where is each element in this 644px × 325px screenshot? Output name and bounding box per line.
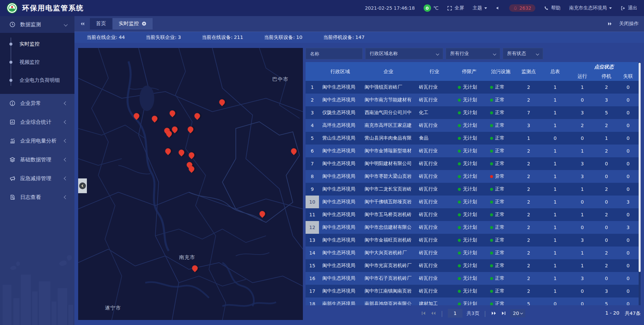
column-header[interactable]: 失联 bbox=[618, 71, 639, 81]
panel-collapse-button[interactable] bbox=[78, 178, 87, 193]
region-select[interactable]: 行政区域名称 bbox=[365, 48, 443, 59]
column-header[interactable]: 监测点 bbox=[516, 62, 541, 81]
notification-badge[interactable]: 2632 bbox=[509, 4, 535, 12]
close-tab-icon[interactable] bbox=[142, 21, 147, 26]
help-button[interactable]: 帮助 bbox=[544, 5, 560, 11]
cell-company: 阆中强锐页岩砖厂 bbox=[361, 81, 416, 94]
column-header[interactable]: 运行 bbox=[569, 71, 595, 81]
cell-region: 阆中生态环境局 bbox=[319, 247, 361, 259]
sidebar-item-日志查看[interactable]: 日志查看 bbox=[0, 188, 74, 207]
last-page-button[interactable] bbox=[501, 311, 506, 316]
cell-company: 阆中市忠信建材有限公 bbox=[361, 221, 416, 234]
cell-company: 阆中市二龙长宝页岩砖 bbox=[361, 183, 416, 196]
cell-company: 阆中市石子页岩机砖厂 bbox=[361, 272, 416, 285]
table-row[interactable]: 17阆中生态环境局阆中市江南镇阆南页岩砖瓦行业无计划正常21030 bbox=[306, 285, 639, 297]
sidebar-item-实时监控[interactable]: 实时监控 bbox=[0, 35, 74, 53]
industry-select[interactable]: 所有行业 bbox=[446, 48, 500, 59]
cell-stop-status: 无计划 bbox=[453, 247, 485, 259]
row-number: 16 bbox=[306, 272, 319, 285]
column-header[interactable]: 总表 bbox=[541, 62, 569, 81]
table-row[interactable]: 2阆中生态环境局阆中市南方节能建材有砖瓦行业无计划正常21030 bbox=[306, 94, 639, 106]
status-select[interactable]: 所有状态 bbox=[503, 48, 543, 59]
page-number-input[interactable]: 1 bbox=[448, 309, 463, 318]
cell-running: 0 bbox=[569, 297, 595, 305]
sidebar-item-企业综合统计[interactable]: 企业综合统计 bbox=[0, 113, 74, 131]
sidebar-item-企业异常[interactable]: 企业异常 bbox=[0, 94, 74, 113]
layers-icon bbox=[9, 157, 15, 163]
prev-page-button[interactable] bbox=[430, 311, 436, 316]
tabs-scroll-right-button[interactable] bbox=[607, 21, 612, 26]
fullscreen-button[interactable]: 全屏 bbox=[447, 5, 464, 11]
logout-button[interactable]: 退出 bbox=[621, 5, 637, 11]
sidebar-item-视频监控[interactable]: 视频监控 bbox=[0, 53, 74, 71]
table-row[interactable]: 6阆中生态环境局阆中市金博瑞新型墙材砖瓦行业无计划正常21120 bbox=[306, 145, 639, 157]
status-dot-green bbox=[490, 137, 493, 140]
cell-stop-status: 无计划 bbox=[453, 170, 485, 183]
status-dot-green bbox=[458, 252, 461, 255]
tabs-scroll-left-button[interactable] bbox=[80, 21, 85, 26]
cell-region: 阆中生态环境局 bbox=[319, 170, 361, 183]
cell-facility-status: 正常 bbox=[485, 81, 516, 94]
sidebar-item-基础数据管理[interactable]: 基础数据管理 bbox=[0, 150, 74, 169]
table-row[interactable]: 1阆中生态环境局阆中强锐页岩砖厂砖瓦行业无计划正常21120 bbox=[306, 81, 639, 94]
column-header[interactable]: 行政区域 bbox=[319, 62, 361, 81]
table-row[interactable]: 3仪陇生态环境局西南油气田分公司川中化工无计划正常71350 bbox=[306, 106, 639, 119]
phone-icon bbox=[544, 6, 549, 10]
name-search-input[interactable] bbox=[306, 48, 363, 59]
cell-meter: 0 bbox=[541, 297, 569, 305]
cell-meter: 1 bbox=[541, 170, 569, 183]
theme-dropdown[interactable]: 主题 bbox=[473, 5, 487, 11]
table-row[interactable]: 8阆中生态环境局阆中市枣碧大梁山页岩砖瓦行业无计划异常21300 bbox=[306, 170, 639, 183]
table-row[interactable]: 5营山生态环境局营山县润丰肉食品有限食品无计划正常10010 bbox=[306, 132, 639, 145]
column-header[interactable]: 企业 bbox=[361, 62, 416, 81]
table-row[interactable]: 12阆中生态环境局阆中市忠信建材有限公砖瓦行业无计划正常21003 bbox=[306, 221, 639, 234]
table-row[interactable]: 14阆中生态环境局阆中大兴页岩机砖厂砖瓦行业无计划正常21120 bbox=[306, 247, 639, 259]
table-row[interactable]: 10阆中生态环境局阆中千佛镇五郎垭页岩砖瓦行业无计划正常21003 bbox=[306, 196, 639, 208]
temperature-widget: 0 ℃ bbox=[424, 4, 439, 12]
cell-industry: 砖瓦行业 bbox=[416, 234, 453, 247]
cell-industry: 砖瓦行业 bbox=[416, 145, 453, 157]
column-header[interactable]: 停机 bbox=[595, 71, 618, 81]
row-number: 8 bbox=[306, 170, 319, 183]
column-header[interactable]: 治污设施 bbox=[485, 62, 516, 81]
table-row[interactable]: 9阆中生态环境局阆中市二龙长宝页岩砖砖瓦行业无计划正常21120 bbox=[306, 183, 639, 196]
sidebar-item-企业电力负荷明细[interactable]: 企业电力负荷明细 bbox=[0, 71, 74, 89]
row-number: 5 bbox=[306, 132, 319, 145]
status-dot-green bbox=[458, 175, 461, 178]
pagination-bar: | 1 共3页 | 20 1 - 20 共47条 bbox=[306, 307, 641, 320]
status-dot-green bbox=[490, 213, 493, 216]
column-header[interactable]: 停限产 bbox=[453, 62, 485, 81]
next-page-button[interactable] bbox=[491, 311, 497, 316]
cell-industry: 砖瓦行业 bbox=[416, 170, 453, 183]
row-number: 3 bbox=[306, 106, 319, 119]
table-scrollbar[interactable] bbox=[639, 62, 641, 305]
table-row[interactable]: 7阆中生态环境局阆中明阳建材有限公司砖瓦行业无计划正常21300 bbox=[306, 157, 639, 170]
logout-icon bbox=[621, 6, 626, 11]
table-row[interactable]: 15阆中生态环境局阆中市光富页岩机砖厂砖瓦行业无计划正常21120 bbox=[306, 259, 639, 272]
cell-stopped: 2 bbox=[595, 247, 618, 259]
sidebar-item-企业用电量分析[interactable]: 企业用电量分析 bbox=[0, 131, 74, 150]
first-page-button[interactable] bbox=[421, 311, 426, 316]
sidebar-item-数据监测[interactable]: 数据监测 bbox=[0, 16, 74, 33]
column-header[interactable]: 行业 bbox=[416, 62, 453, 81]
cell-region: 阆中生态环境局 bbox=[319, 183, 361, 196]
sound-button[interactable] bbox=[496, 6, 500, 10]
tab-实时监控[interactable]: 实时监控 bbox=[113, 18, 153, 30]
close-operations-button[interactable]: 关闭操作 bbox=[619, 20, 639, 27]
page-size-select[interactable]: 20 bbox=[510, 309, 525, 317]
table-row[interactable]: 4高坪生态环境局南充市高坪区王家店建砖瓦行业无计划正常31220 bbox=[306, 119, 639, 132]
table-row[interactable]: 18南部生态环境局南部县鸿华页岩有限公建材加工无计划正常50050 bbox=[306, 297, 639, 305]
tab-首页[interactable]: 首页 bbox=[90, 18, 112, 30]
map-panel[interactable]: 巴中市南充市遂宁市 bbox=[78, 48, 303, 320]
organization-dropdown[interactable]: 南充市生态环境局 bbox=[569, 5, 612, 11]
table-row[interactable]: 16阆中生态环境局阆中市石子页岩机砖厂砖瓦行业无计划正常21300 bbox=[306, 272, 639, 285]
cell-meter: 1 bbox=[541, 196, 569, 208]
table-row[interactable]: 11阆中生态环境局阆中市五马桥页岩机砖砖瓦行业无计划正常21120 bbox=[306, 208, 639, 221]
scrollbar-thumb[interactable] bbox=[639, 63, 641, 272]
status-dot-green bbox=[458, 290, 461, 293]
cell-running: 3 bbox=[569, 170, 595, 183]
status-dot-green bbox=[490, 303, 493, 306]
sidebar-item-应急减排管理[interactable]: 应急减排管理 bbox=[0, 169, 74, 188]
cell-region: 高坪生态环境局 bbox=[319, 119, 361, 132]
table-row[interactable]: 13阆中生态环境局阆中市金福旺页岩机砖砖瓦行业无计划正常21300 bbox=[306, 234, 639, 247]
